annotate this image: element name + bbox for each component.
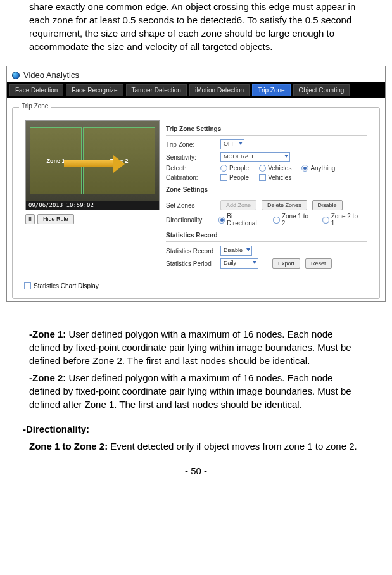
trip-zone-fieldset: Trip Zone Zone 1 Zone 2 09/06/2013 10:59… [12, 107, 380, 299]
direction-arrow [64, 160, 115, 167]
reset-button[interactable]: Reset [305, 258, 332, 269]
checkbox-icon [220, 174, 227, 181]
radio-icon [259, 165, 266, 172]
cal-vehicles-text: Vehicles [268, 174, 291, 181]
description-block: -Zone 1: User defined polygon with a max… [6, 327, 386, 453]
sensitivity-select[interactable]: MODERATE [220, 152, 290, 162]
dir-bi-text: Bi-Directional [227, 213, 263, 227]
zone-1-label: Zone 1 [46, 158, 65, 164]
video-preview: Zone 1 Zone 2 09/06/2013 10:59:02 [25, 120, 160, 210]
stats-record-select[interactable]: Disable [220, 246, 252, 256]
stats-record-title: Statistics Record [166, 232, 367, 239]
directionality-heading: -Directionality: [23, 424, 89, 434]
zone2-text: User defined polygon with a maximum of 1… [29, 372, 351, 410]
stats-chart-display-check[interactable]: Statistics Chart Display [24, 282, 373, 289]
calibration-label: Calibration: [166, 174, 215, 181]
cal-people-check[interactable]: People [220, 174, 249, 181]
panel-icon [12, 72, 20, 79]
stats-record-label: Statistics Record [166, 248, 215, 255]
zone2-heading: -Zone 2: [29, 372, 69, 383]
tab-object-counting[interactable]: Object Counting [293, 84, 350, 96]
stats-period-label: Statistics Period [166, 260, 215, 267]
zone1-text: User defined polygon with a maximum of 1… [29, 329, 351, 366]
stats-chart-display-text: Statistics Chart Display [34, 282, 99, 289]
zone-settings-title: Zone Settings [166, 186, 367, 193]
trip-zone-label: Trip Zone: [166, 141, 215, 148]
panel-title-text: Video Analytics [23, 70, 79, 80]
panel-titlebar: Video Analytics [7, 66, 385, 82]
stats-period-select[interactable]: Daily [220, 258, 258, 269]
checkbox-icon [259, 174, 266, 181]
tab-imotion-detection[interactable]: iMotion Detection [189, 84, 250, 96]
detect-people-text: People [229, 165, 249, 172]
dir-12-radio[interactable]: Zone 1 to 2 [273, 213, 312, 227]
tab-face-detection[interactable]: Face Detection [9, 84, 63, 96]
dir-bi-radio[interactable]: Bi-Directional [218, 213, 263, 227]
page-number: - 50 - [6, 465, 386, 476]
video-timestamp: 09/06/2013 10:59:02 [26, 201, 159, 210]
tab-trip-zone[interactable]: Trip Zone [252, 84, 290, 96]
dir-z12-heading: Zone 1 to Zone 2: [29, 441, 110, 452]
fieldset-legend: Trip Zone [19, 103, 51, 110]
detect-label: Detect: [166, 165, 215, 172]
disable-button[interactable]: Disable [312, 200, 343, 210]
intro-paragraph: share exactly one common edge. An object… [6, 0, 386, 53]
video-analytics-panel: Video Analytics Face Detection Face Reco… [6, 66, 386, 302]
pause-button[interactable]: II [25, 214, 35, 224]
cal-vehicles-check[interactable]: Vehicles [259, 174, 291, 181]
tab-face-recognize[interactable]: Face Recognize [66, 84, 123, 96]
hide-rule-button[interactable]: Hide Rule [37, 214, 74, 224]
detect-vehicles-text: Vehicles [268, 165, 291, 172]
cal-people-text: People [229, 174, 249, 181]
dir-z12-text: Event detected only if object moves from… [110, 441, 357, 452]
dir-21-radio[interactable]: Zone 2 to 1 [322, 213, 362, 227]
checkbox-icon [24, 282, 31, 289]
radio-icon [301, 165, 308, 172]
add-zone-button[interactable]: Add Zone [220, 200, 256, 210]
detect-people-radio[interactable]: People [220, 165, 249, 172]
set-zones-label: Set Zones [166, 202, 215, 209]
dir-12-text: Zone 1 to 2 [282, 213, 312, 227]
radio-icon [273, 217, 280, 224]
tab-tamper-detection[interactable]: Tamper Detection [126, 84, 187, 96]
detect-vehicles-radio[interactable]: Vehicles [259, 165, 291, 172]
settings-column: Trip Zone Settings Trip Zone: OFF Sensit… [166, 120, 367, 271]
directionality-label: Directionality [166, 217, 213, 224]
radio-icon [218, 217, 225, 224]
radio-icon [220, 165, 227, 172]
export-button[interactable]: Export [272, 258, 300, 269]
direction-arrowhead [113, 155, 125, 173]
tab-bar: Face Detection Face Recognize Tamper Det… [7, 82, 385, 98]
tz-settings-title: Trip Zone Settings [166, 125, 367, 132]
dir-21-text: Zone 2 to 1 [331, 213, 362, 227]
delete-zones-button[interactable]: Delete Zones [262, 200, 307, 210]
trip-zone-select[interactable]: OFF [220, 139, 244, 149]
zone1-heading: -Zone 1: [29, 329, 69, 339]
radio-icon [322, 217, 329, 224]
detect-anything-text: Anything [310, 165, 335, 172]
detect-anything-radio[interactable]: Anything [301, 165, 335, 172]
sensitivity-label: Sensitivity: [166, 154, 215, 161]
